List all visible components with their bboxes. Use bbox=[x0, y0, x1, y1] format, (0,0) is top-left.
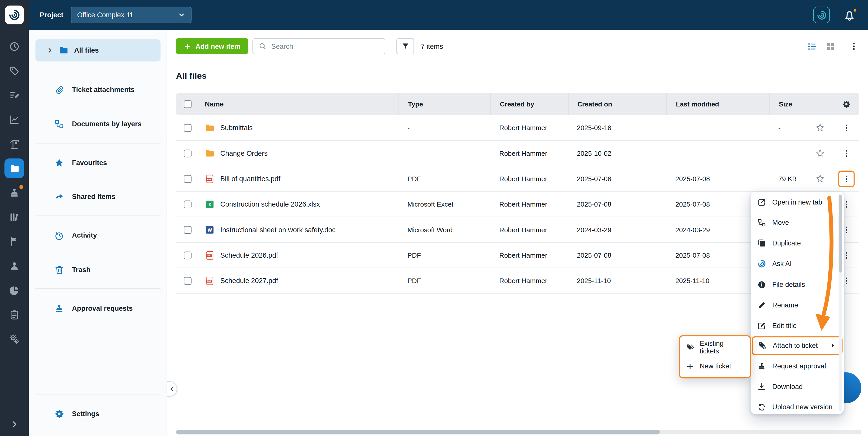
row-menu-button-active[interactable] bbox=[838, 170, 854, 187]
pie-icon bbox=[9, 285, 20, 296]
menu-item-upload-new-version[interactable]: Upload new version bbox=[751, 397, 844, 414]
row-checkbox[interactable] bbox=[184, 277, 192, 285]
chevron-left-icon bbox=[168, 386, 175, 392]
file-name[interactable]: Change Orders bbox=[220, 149, 268, 157]
menu-item-download[interactable]: Download bbox=[751, 376, 844, 397]
sidebar-item-settings[interactable]: Settings bbox=[35, 403, 161, 425]
sidebar-item-documents-by-layers[interactable]: Documents by layers bbox=[35, 113, 161, 135]
row-checkbox[interactable] bbox=[184, 251, 192, 259]
rail-item-approvals[interactable] bbox=[0, 181, 29, 205]
created-by: Robert Hammer bbox=[490, 124, 568, 132]
pdf-icon: PDF bbox=[205, 250, 215, 260]
share-icon bbox=[54, 192, 64, 202]
table-settings-button[interactable] bbox=[833, 93, 859, 115]
menu-item-file-details[interactable]: File details bbox=[751, 274, 844, 295]
column-header-last-modified[interactable]: Last modified bbox=[666, 93, 770, 115]
sidebar-item-all-files[interactable]: All files bbox=[35, 39, 161, 61]
file-type: PDF bbox=[399, 175, 490, 183]
row-checkbox[interactable] bbox=[184, 200, 192, 208]
file-name[interactable]: Schedule 2027.pdf bbox=[220, 277, 278, 285]
rail-item-flags[interactable] bbox=[0, 229, 29, 254]
row-checkbox[interactable] bbox=[184, 226, 192, 234]
filter-button[interactable] bbox=[397, 38, 414, 54]
add-new-item-button[interactable]: Add new item bbox=[176, 38, 248, 54]
sidebar-item-trash[interactable]: Trash bbox=[35, 259, 161, 281]
app-logo[interactable] bbox=[0, 0, 29, 30]
list-view-button[interactable] bbox=[807, 42, 817, 52]
column-header-created-on[interactable]: Created on bbox=[568, 93, 666, 115]
column-header-name[interactable]: Name bbox=[199, 93, 399, 115]
table-row[interactable]: Change Orders - Robert Hammer 2025-10-02… bbox=[176, 141, 859, 166]
rail-item-files[interactable] bbox=[0, 156, 29, 181]
menu-item-rename[interactable]: Rename bbox=[751, 295, 844, 315]
created-by: Robert Hammer bbox=[490, 226, 568, 234]
sidebar-item-approval-requests[interactable]: Approval requests bbox=[35, 297, 161, 320]
gear-icon bbox=[842, 99, 850, 109]
table-row[interactable]: PDFBill of quantities.pdf PDF Robert Ham… bbox=[176, 166, 859, 192]
created-on: 2025-10-02 bbox=[568, 149, 666, 157]
favourite-star-button[interactable] bbox=[815, 174, 825, 183]
rail-expand-button[interactable] bbox=[0, 416, 29, 433]
search-box bbox=[252, 38, 385, 54]
grid-view-button[interactable] bbox=[825, 42, 835, 52]
rail-item-library[interactable] bbox=[0, 205, 29, 229]
menu-item-edit-title[interactable]: Edit title bbox=[751, 315, 844, 336]
file-type: Microsoft Word bbox=[399, 226, 490, 234]
rail-item-tasks[interactable] bbox=[0, 83, 29, 108]
file-name[interactable]: Schedule 2026.pdf bbox=[220, 251, 278, 259]
menu-item-open-in-new-tab[interactable]: Open in new tab bbox=[751, 192, 844, 212]
add-new-item-label: Add new item bbox=[195, 42, 240, 50]
flag-icon bbox=[9, 236, 20, 247]
row-menu-button[interactable] bbox=[838, 145, 854, 161]
file-name[interactable]: Bill of quantities.pdf bbox=[220, 175, 280, 183]
sidebar-item-ticket-attachments[interactable]: Ticket attachments bbox=[35, 79, 161, 101]
submenu-item-new-ticket[interactable]: New ticket bbox=[680, 357, 750, 376]
chevron-right-icon[interactable] bbox=[46, 47, 53, 54]
gear-icon bbox=[54, 409, 64, 419]
table-row[interactable]: Submittals - Robert Hammer 2025-09-18 - bbox=[176, 115, 859, 141]
row-checkbox[interactable] bbox=[184, 149, 192, 157]
horizontal-scrollbar-thumb[interactable] bbox=[176, 430, 660, 434]
sidebar-item-activity[interactable]: Activity bbox=[35, 224, 161, 246]
rail-item-reports[interactable] bbox=[0, 108, 29, 132]
notifications-button[interactable] bbox=[843, 9, 856, 21]
column-header-size[interactable]: Size bbox=[770, 93, 807, 115]
rail-item-tags[interactable] bbox=[0, 59, 29, 83]
rail-item-automations[interactable] bbox=[0, 327, 29, 351]
rail-item-people[interactable] bbox=[0, 254, 29, 278]
menu-item-move[interactable]: Move bbox=[751, 212, 844, 233]
horizontal-scrollbar[interactable] bbox=[176, 430, 861, 434]
star-icon bbox=[54, 158, 64, 168]
favourite-star-button[interactable] bbox=[815, 148, 825, 158]
search-input[interactable] bbox=[271, 42, 379, 50]
rail-item-overview[interactable] bbox=[0, 34, 29, 59]
menu-item-request-approval[interactable]: Request approval bbox=[751, 356, 844, 376]
column-header-type[interactable]: Type bbox=[399, 93, 490, 115]
row-menu-button[interactable] bbox=[838, 119, 854, 136]
rail-item-site[interactable] bbox=[0, 132, 29, 156]
favourite-star-button[interactable] bbox=[815, 123, 825, 133]
ai-assistant-button[interactable] bbox=[813, 7, 830, 23]
tag-add-icon bbox=[758, 341, 767, 350]
kebab-icon bbox=[842, 174, 850, 183]
file-name[interactable]: Construction schedule 2026.xlsx bbox=[220, 200, 320, 208]
select-all-checkbox[interactable] bbox=[184, 100, 192, 108]
menu-item-ask-ai[interactable]: Ask AI bbox=[751, 253, 844, 274]
rail-item-forms[interactable] bbox=[0, 302, 29, 327]
svg-text:PDF: PDF bbox=[207, 254, 211, 257]
submenu-item-existing-tickets[interactable]: Existing tickets bbox=[680, 338, 750, 357]
row-checkbox[interactable] bbox=[184, 124, 192, 132]
menu-scrollbar-thumb[interactable] bbox=[839, 195, 842, 273]
file-name[interactable]: Submittals bbox=[220, 124, 252, 132]
project-selector[interactable]: Office Complex 11 bbox=[71, 7, 192, 23]
menu-item-attach-to-ticket[interactable]: Attach to ticket bbox=[752, 337, 843, 355]
sidebar-item-shared-items[interactable]: Shared Items bbox=[35, 185, 161, 208]
file-name[interactable]: Instructional sheet on work safety.doc bbox=[220, 226, 336, 234]
column-header-created-by[interactable]: Created by bbox=[490, 93, 568, 115]
rail-item-insights[interactable] bbox=[0, 278, 29, 302]
sidebar-item-label: Trash bbox=[72, 266, 91, 274]
row-checkbox[interactable] bbox=[184, 175, 192, 183]
menu-item-duplicate[interactable]: Duplicate bbox=[751, 233, 844, 253]
toolbar-menu-button[interactable] bbox=[849, 42, 859, 51]
sidebar-item-favourites[interactable]: Favourites bbox=[35, 152, 161, 174]
